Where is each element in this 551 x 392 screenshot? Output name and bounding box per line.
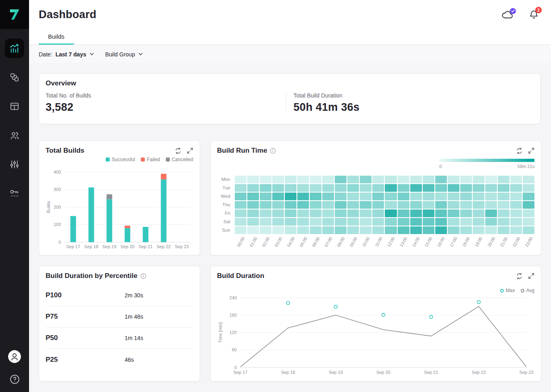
heatmap-cell[interactable] bbox=[310, 209, 321, 217]
legend-item[interactable]: Avg bbox=[521, 288, 534, 293]
heatmap-cell[interactable] bbox=[498, 176, 509, 183]
heatmap-cell[interactable] bbox=[360, 193, 372, 200]
heatmap-cell[interactable] bbox=[485, 218, 497, 226]
heatmap-cell[interactable] bbox=[423, 176, 434, 183]
heatmap-cell[interactable] bbox=[335, 176, 346, 183]
heatmap-cell[interactable] bbox=[498, 193, 509, 200]
heatmap-cell[interactable] bbox=[347, 176, 359, 183]
legend-item[interactable]: Successful bbox=[106, 157, 135, 162]
heatmap-cell[interactable] bbox=[398, 209, 409, 217]
heatmap-cell[interactable] bbox=[322, 184, 334, 192]
heatmap-cell[interactable] bbox=[247, 193, 259, 200]
build-group-filter[interactable]: Build Group bbox=[105, 51, 143, 58]
heatmap-cell[interactable] bbox=[322, 218, 334, 226]
heatmap-cell[interactable] bbox=[523, 201, 534, 209]
heatmap-cell[interactable] bbox=[473, 184, 484, 192]
heatmap-cell[interactable] bbox=[385, 176, 397, 183]
heatmap-cell[interactable] bbox=[385, 184, 397, 192]
help-button[interactable] bbox=[8, 373, 21, 386]
heatmap-cell[interactable] bbox=[435, 176, 447, 183]
heatmap-cell[interactable] bbox=[260, 184, 271, 192]
heatmap-cell[interactable] bbox=[485, 209, 497, 217]
sidebar-item-workflows[interactable] bbox=[5, 68, 24, 87]
heatmap-cell[interactable] bbox=[385, 193, 397, 200]
heatmap-cell[interactable] bbox=[423, 193, 434, 200]
heatmap-cell[interactable] bbox=[272, 218, 284, 226]
heatmap-cell[interactable] bbox=[297, 209, 309, 217]
heatmap-cell[interactable] bbox=[322, 201, 334, 209]
refresh-button[interactable] bbox=[516, 273, 523, 280]
expand-button[interactable] bbox=[187, 147, 193, 154]
heatmap-cell[interactable] bbox=[435, 218, 447, 226]
date-filter[interactable]: Date:Last 7 days bbox=[39, 51, 94, 58]
heatmap-cell[interactable] bbox=[410, 184, 422, 192]
heatmap-cell[interactable] bbox=[335, 184, 346, 192]
heatmap-cell[interactable] bbox=[448, 209, 459, 217]
heatmap-cell[interactable] bbox=[423, 226, 434, 234]
heatmap-cell[interactable] bbox=[485, 184, 497, 192]
heatmap-cell[interactable] bbox=[260, 201, 271, 209]
heatmap-cell[interactable] bbox=[385, 201, 397, 209]
heatmap-cell[interactable] bbox=[322, 226, 334, 234]
heatmap-cell[interactable] bbox=[423, 218, 434, 226]
heatmap-cell[interactable] bbox=[297, 226, 309, 234]
heatmap-cell[interactable] bbox=[272, 184, 284, 192]
info-icon[interactable] bbox=[140, 273, 146, 279]
heatmap-cell[interactable] bbox=[423, 209, 434, 217]
heatmap-cell[interactable] bbox=[235, 184, 246, 192]
heatmap-cell[interactable] bbox=[235, 218, 246, 226]
heatmap-cell[interactable] bbox=[235, 226, 246, 234]
heatmap-cell[interactable] bbox=[285, 218, 296, 226]
heatmap-cell[interactable] bbox=[335, 201, 346, 209]
heatmap-cell[interactable] bbox=[510, 184, 522, 192]
heatmap-cell[interactable] bbox=[297, 193, 309, 200]
heatmap-cell[interactable] bbox=[285, 201, 296, 209]
heatmap-cell[interactable] bbox=[460, 226, 472, 234]
run-time-heatmap[interactable]: MonTueWedThuFriSatSun00:0001:0002:0003:0… bbox=[217, 176, 534, 249]
heatmap-cell[interactable] bbox=[372, 226, 384, 234]
heatmap-cell[interactable] bbox=[247, 184, 259, 192]
heatmap-cell[interactable] bbox=[347, 184, 359, 192]
heatmap-cell[interactable] bbox=[347, 226, 359, 234]
total-builds-chart[interactable]: 0100200300400Sep 17Sep 18Sep 19Sep 20Sep… bbox=[46, 167, 193, 254]
heatmap-cell[interactable] bbox=[297, 176, 309, 183]
heatmap-cell[interactable] bbox=[410, 218, 422, 226]
heatmap-cell[interactable] bbox=[297, 218, 309, 226]
heatmap-cell[interactable] bbox=[260, 226, 271, 234]
heatmap-cell[interactable] bbox=[485, 226, 497, 234]
heatmap-cell[interactable] bbox=[448, 193, 459, 200]
heatmap-cell[interactable] bbox=[410, 209, 422, 217]
heatmap-cell[interactable] bbox=[335, 209, 346, 217]
sidebar-item-members[interactable] bbox=[5, 126, 24, 145]
refresh-button[interactable] bbox=[516, 147, 523, 154]
heatmap-cell[interactable] bbox=[385, 218, 397, 226]
legend-item[interactable]: Cancelled bbox=[166, 157, 193, 162]
heatmap-cell[interactable] bbox=[247, 226, 259, 234]
heatmap-cell[interactable] bbox=[247, 176, 259, 183]
heatmap-cell[interactable] bbox=[235, 201, 246, 209]
heatmap-cell[interactable] bbox=[360, 218, 372, 226]
build-duration-chart[interactable]: 060120180240Sep 17Sep 18Sep 19Sep 20Sep … bbox=[217, 290, 534, 378]
legend-item[interactable]: Failed bbox=[141, 157, 160, 162]
heatmap-cell[interactable] bbox=[498, 184, 509, 192]
heatmap-cell[interactable] bbox=[410, 201, 422, 209]
heatmap-cell[interactable] bbox=[322, 193, 334, 200]
heatmap-cell[interactable] bbox=[372, 218, 384, 226]
heatmap-cell[interactable] bbox=[410, 176, 422, 183]
expand-button[interactable] bbox=[528, 147, 534, 154]
heatmap-cell[interactable] bbox=[473, 201, 484, 209]
heatmap-cell[interactable] bbox=[272, 209, 284, 217]
heatmap-cell[interactable] bbox=[335, 226, 346, 234]
heatmap-cell[interactable] bbox=[235, 176, 246, 183]
heatmap-cell[interactable] bbox=[510, 218, 522, 226]
sidebar-item-insights[interactable] bbox=[5, 39, 24, 58]
heatmap-cell[interactable] bbox=[498, 201, 509, 209]
heatmap-cell[interactable] bbox=[460, 209, 472, 217]
heatmap-cell[interactable] bbox=[448, 201, 459, 209]
heatmap-cell[interactable] bbox=[335, 193, 346, 200]
heatmap-cell[interactable] bbox=[523, 209, 534, 217]
heatmap-cell[interactable] bbox=[523, 193, 534, 200]
heatmap-cell[interactable] bbox=[297, 201, 309, 209]
heatmap-cell[interactable] bbox=[322, 209, 334, 217]
heatmap-cell[interactable] bbox=[473, 226, 484, 234]
